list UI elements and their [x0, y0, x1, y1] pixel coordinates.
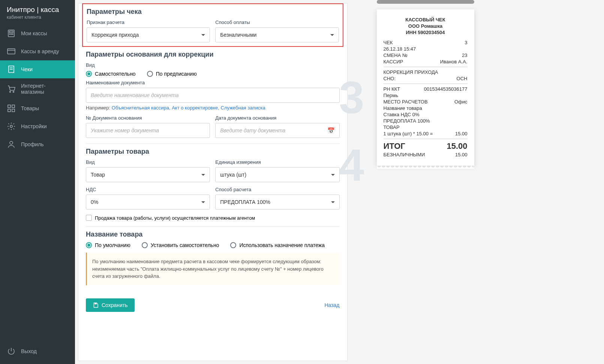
- field-label: Дата документа основания: [215, 115, 339, 121]
- step-number-4: 4: [339, 142, 364, 187]
- nav-rent[interactable]: Кассы в аренду: [0, 42, 75, 60]
- nav-exit[interactable]: Выход: [0, 342, 75, 360]
- nav-label: Профиль: [21, 141, 43, 147]
- nav-label: Чеки: [21, 66, 33, 72]
- section-title: Параметры основания для коррекции: [86, 51, 340, 58]
- select-calc-sign[interactable]: Коррекция прихода: [87, 27, 210, 42]
- svg-rect-14: [94, 303, 96, 304]
- logo-title: Инитпро | касса: [7, 6, 68, 14]
- section-title: Параметры товара: [86, 148, 340, 156]
- main-form: Параметры чека Признак расчета Коррекция…: [78, 3, 348, 361]
- cart-icon: [7, 84, 16, 93]
- step-number-3: 3: [339, 75, 364, 120]
- checkbox-agent[interactable]: Продажа товара (работы, услуги) осуществ…: [86, 215, 340, 221]
- nav-my-kassy[interactable]: Мои кассы: [0, 24, 75, 42]
- receipt-title: КАССОВЫЙ ЧЕК: [384, 17, 468, 23]
- section-check-params: Параметры чека Признак расчета Коррекция…: [82, 3, 343, 47]
- nav-settings[interactable]: Настройки: [0, 117, 75, 135]
- field-label: Способ оплаты: [215, 19, 339, 25]
- hint-examples: Например: Объяснительная кассира, Акт о …: [86, 105, 340, 111]
- save-button[interactable]: Сохранить: [86, 298, 135, 312]
- receipt-top-bar: [377, 0, 474, 4]
- svg-point-3: [11, 34, 12, 34]
- svg-point-12: [10, 125, 12, 127]
- checkbox-icon: [86, 215, 92, 221]
- power-icon: [7, 347, 16, 356]
- field-label: Признак расчета: [87, 19, 210, 25]
- section-product-params: Параметры товара Вид Товар Единица измер…: [86, 144, 340, 227]
- chevron-down-icon: [331, 201, 335, 203]
- field-label: Вид: [86, 62, 340, 68]
- radio-prescription[interactable]: По предписанию: [147, 71, 197, 77]
- receipt-icon: [7, 65, 16, 74]
- nav-label: Выход: [21, 348, 37, 354]
- radio-default[interactable]: По умолчанию: [86, 242, 130, 248]
- back-link[interactable]: Назад: [324, 302, 339, 308]
- field-label: НДС: [86, 187, 210, 192]
- nav-label: Интернет-магазины: [21, 83, 68, 95]
- nav-label: Товары: [21, 105, 39, 111]
- nav: Мои кассы Кассы в аренду Чеки Интернет-м…: [0, 24, 75, 342]
- nav-label: Кассы в аренду: [21, 48, 59, 54]
- receipt-company: ООО Ромашка: [384, 23, 468, 30]
- grid-icon: [7, 104, 16, 113]
- select-unit[interactable]: штука (шт): [215, 167, 339, 182]
- chevron-down-icon: [201, 201, 205, 203]
- calendar-icon: 📅: [327, 127, 335, 134]
- radio-custom[interactable]: Установить самостоятельно: [142, 242, 219, 248]
- field-label: Способ расчета: [215, 187, 339, 192]
- nav-shops[interactable]: Интернет-магазины: [0, 78, 75, 99]
- sidebar: Инитпро | касса кабинет клиента Мои касс…: [0, 0, 75, 364]
- select-calc-method[interactable]: ПРЕДОПЛАТА 100%: [215, 195, 339, 210]
- logo-subtitle: кабинет клиента: [7, 15, 68, 20]
- svg-rect-5: [7, 49, 15, 54]
- select-payment-method[interactable]: Безналичными: [215, 27, 339, 42]
- chevron-down-icon: [330, 34, 334, 36]
- nav-goods[interactable]: Товары: [0, 99, 75, 117]
- nav-label: Мои кассы: [21, 30, 47, 36]
- field-label: № Документа основания: [86, 115, 210, 121]
- logo: Инитпро | касса кабинет клиента: [0, 0, 75, 24]
- svg-rect-1: [9, 31, 13, 33]
- hint-link[interactable]: Объяснительная кассира, Акт о корректиро…: [112, 105, 265, 111]
- svg-point-6: [10, 91, 11, 93]
- chevron-down-icon: [201, 174, 205, 176]
- nav-profile[interactable]: Профиль: [0, 135, 75, 153]
- section-product-name: Название товара По умолчанию Установить …: [86, 227, 340, 291]
- nav-label: Настройки: [21, 123, 47, 129]
- register-icon: [7, 29, 16, 38]
- field-label: Единица измерения: [215, 159, 339, 165]
- gear-icon: [7, 122, 16, 131]
- section-correction-basis: Параметры основания для коррекции Вид Са…: [86, 47, 340, 144]
- input-doc-name[interactable]: [86, 88, 340, 103]
- receipt-preview-area: 3 4 КАССОВЫЙ ЧЕК ООО Ромашка ИНН 5902034…: [351, 0, 604, 364]
- receipt-preview: КАССОВЫЙ ЧЕК ООО Ромашка ИНН 5902034504 …: [377, 9, 474, 166]
- select-nds[interactable]: 0%: [86, 195, 210, 210]
- chevron-down-icon: [201, 34, 205, 36]
- input-doc-number[interactable]: [86, 123, 210, 138]
- svg-point-7: [13, 91, 14, 93]
- input-doc-date[interactable]: Введите дату документа📅: [215, 123, 339, 138]
- section-title: Название товара: [86, 231, 340, 238]
- svg-rect-8: [8, 105, 10, 108]
- section-title: Параметры чека: [87, 8, 339, 16]
- form-footer: Сохранить Назад: [86, 291, 340, 316]
- nav-checks[interactable]: Чеки: [0, 60, 75, 78]
- svg-rect-9: [12, 105, 15, 108]
- field-label: Вид: [86, 159, 210, 165]
- info-box: По умолчанию наименование предмета расче…: [86, 253, 340, 285]
- chevron-down-icon: [331, 174, 335, 176]
- save-icon: [93, 302, 99, 308]
- svg-point-4: [12, 34, 13, 34]
- select-product-type[interactable]: Товар: [86, 167, 210, 182]
- user-icon: [7, 140, 16, 149]
- radio-purpose[interactable]: Использовать назначение платежа: [230, 242, 325, 248]
- svg-point-2: [9, 34, 10, 34]
- svg-point-13: [10, 141, 13, 144]
- browser-icon: [7, 47, 16, 56]
- receipt-inn: ИНН 5902034504: [384, 30, 468, 36]
- field-label: Наименование документа: [86, 80, 340, 85]
- radio-self[interactable]: Самостоятельно: [86, 71, 136, 77]
- svg-rect-11: [12, 109, 15, 112]
- svg-rect-10: [8, 109, 10, 112]
